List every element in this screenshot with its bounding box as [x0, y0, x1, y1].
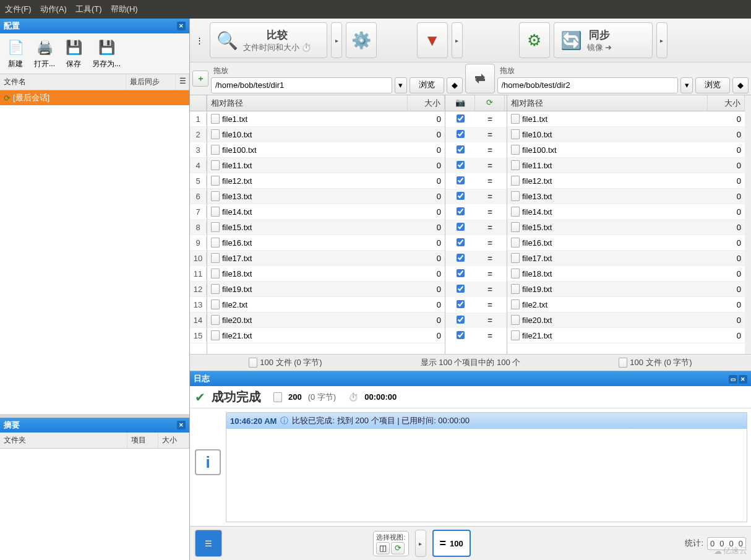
file-row[interactable]: file18.txt0 [207, 266, 445, 282]
file-row[interactable]: file12.txt0 [207, 173, 445, 189]
file-row[interactable]: file14.txt0 [207, 204, 445, 220]
left-cloud-icon[interactable]: ◆ [447, 77, 463, 93]
log-msg-text: 比较已完成: 找到 200 个项目 | 已用时间: 00:00:00 [292, 415, 470, 426]
include-checkbox[interactable] [457, 130, 465, 138]
col-relpath-left[interactable]: 相对路径 [207, 95, 408, 111]
new-config-button[interactable]: 📄新建 [2, 36, 28, 71]
file-row[interactable]: file2.txt0 [507, 297, 745, 312]
menu-action[interactable]: 动作(A) [40, 4, 67, 15]
include-checkbox[interactable] [457, 161, 465, 169]
include-checkbox[interactable] [457, 238, 465, 246]
log-min-icon[interactable]: ▭ [729, 375, 737, 384]
col-size-left[interactable]: 大小 [408, 95, 445, 111]
compare-drop[interactable]: ▸ [331, 22, 342, 58]
session-last[interactable]: ⟳ [最后会话] [0, 90, 189, 105]
config-close-icon[interactable]: ✕ [177, 22, 186, 30]
file-row[interactable]: file100.txt0 [507, 142, 745, 158]
file-row[interactable]: file19.txt0 [207, 282, 445, 297]
include-checkbox[interactable] [457, 285, 465, 293]
col-size[interactable]: 大小 [158, 433, 189, 448]
include-checkbox[interactable] [457, 145, 465, 153]
menu-tools[interactable]: 工具(T) [75, 4, 102, 15]
file-row[interactable]: file20.txt0 [507, 312, 745, 328]
col-lastsync[interactable]: 最后同步 [126, 74, 176, 90]
col-items[interactable]: 项目 [127, 433, 158, 448]
add-path-button[interactable]: ＋ [192, 71, 208, 87]
log-message-row[interactable]: 10:46:20 AM ⓘ 比较已完成: 找到 200 个项目 | 已用时间: … [226, 413, 747, 429]
file-row[interactable]: file17.txt0 [207, 251, 445, 266]
action-col-icon[interactable]: ⟳ [475, 95, 505, 111]
include-col-icon[interactable]: 📷 [445, 95, 475, 111]
include-checkbox[interactable] [457, 269, 465, 277]
summary-close-icon[interactable]: ✕ [177, 421, 186, 429]
saveas-config-button[interactable]: 💾另存为... [89, 36, 124, 71]
include-checkbox[interactable] [457, 223, 465, 231]
file-row[interactable]: file18.txt0 [507, 266, 745, 282]
file-row[interactable]: file11.txt0 [507, 158, 745, 173]
include-checkbox[interactable] [457, 331, 465, 339]
open-config-button[interactable]: 🖨️打开... [31, 36, 58, 71]
right-browse-button[interactable]: 浏览 [695, 77, 730, 93]
splitter-handle[interactable]: ⋮ [192, 22, 206, 58]
filter-drop[interactable]: ▸ [452, 22, 463, 58]
col-filename[interactable]: 文件名 [0, 74, 126, 90]
file-row[interactable]: file21.txt0 [507, 328, 745, 343]
include-checkbox[interactable] [457, 114, 465, 123]
file-row[interactable]: file12.txt0 [507, 173, 745, 189]
file-row[interactable]: file1.txt0 [207, 111, 445, 127]
view-list-button[interactable]: ☰ [195, 530, 222, 557]
file-row[interactable]: file11.txt0 [207, 158, 445, 173]
compare-settings-button[interactable]: ⚙️ [346, 22, 377, 58]
right-path-drop[interactable]: ▾ [680, 77, 693, 93]
include-checkbox[interactable] [457, 176, 465, 184]
file-row[interactable]: file13.txt0 [207, 189, 445, 204]
view-drop[interactable]: ▸ [415, 530, 426, 557]
left-path-input[interactable] [211, 77, 392, 93]
col-toggle-icon[interactable]: ☰ [176, 74, 189, 90]
file-row[interactable]: file10.txt0 [207, 127, 445, 142]
file-row[interactable]: file21.txt0 [207, 328, 445, 343]
sync-drop[interactable]: ▸ [656, 22, 667, 58]
menu-help[interactable]: 帮助(H) [111, 4, 138, 15]
right-path-input[interactable] [497, 77, 679, 93]
left-path-drop[interactable]: ▾ [395, 77, 407, 93]
col-size-right[interactable]: 大小 [708, 95, 745, 111]
col-relpath-right[interactable]: 相对路径 [507, 95, 708, 111]
file-row[interactable]: file1.txt0 [507, 111, 745, 127]
view-mode-1-button[interactable]: ◫ [376, 542, 390, 554]
file-row[interactable]: file100.txt0 [207, 142, 445, 158]
file-row[interactable]: file19.txt0 [507, 282, 745, 297]
file-row[interactable]: file13.txt0 [507, 189, 745, 204]
compare-button[interactable]: 🔍 比较 文件时间和大小 ⏱️ [210, 22, 327, 58]
file-row[interactable]: file15.txt0 [207, 220, 445, 235]
file-row[interactable]: file15.txt0 [507, 220, 745, 235]
menu-file[interactable]: 文件(F) [5, 4, 32, 15]
sync-settings-button[interactable]: ⚙ [519, 22, 550, 58]
include-checkbox[interactable] [457, 316, 465, 324]
file-row[interactable]: file10.txt0 [507, 127, 745, 142]
scrollbar[interactable] [745, 95, 751, 354]
include-checkbox[interactable] [457, 207, 465, 215]
col-folder[interactable]: 文件夹 [0, 433, 127, 448]
save-config-button[interactable]: 💾保存 [61, 36, 87, 71]
file-row[interactable]: file2.txt0 [207, 297, 445, 312]
equal-count-button[interactable]: = 100 [432, 530, 471, 557]
swap-paths-button[interactable] [465, 64, 495, 93]
file-row[interactable]: file14.txt0 [507, 204, 745, 220]
right-cloud-icon[interactable]: ◆ [732, 77, 749, 93]
log-close-icon[interactable]: ✕ [739, 375, 747, 384]
include-checkbox[interactable] [457, 254, 465, 262]
left-pane: 配置 ✕ 📄新建 🖨️打开... 💾保存 💾另存为... 文件名 最后同步 ☰ … [0, 19, 190, 560]
left-browse-button[interactable]: 浏览 [410, 77, 444, 93]
file-row[interactable]: file17.txt0 [507, 251, 745, 266]
file-row[interactable]: file20.txt0 [207, 312, 445, 328]
file-row[interactable]: file16.txt0 [507, 235, 745, 251]
compare-sub-label: 文件时间和大小 [243, 42, 299, 53]
include-checkbox[interactable] [457, 192, 465, 200]
sync-button[interactable]: 🔄 同步 镜像 ➜ [554, 22, 653, 58]
file-name: file17.txt [522, 254, 552, 263]
file-row[interactable]: file16.txt0 [207, 235, 445, 251]
view-mode-2-button[interactable]: ⟳ [391, 542, 405, 554]
include-checkbox[interactable] [457, 300, 465, 308]
filter-button[interactable]: ▼ [417, 22, 448, 58]
